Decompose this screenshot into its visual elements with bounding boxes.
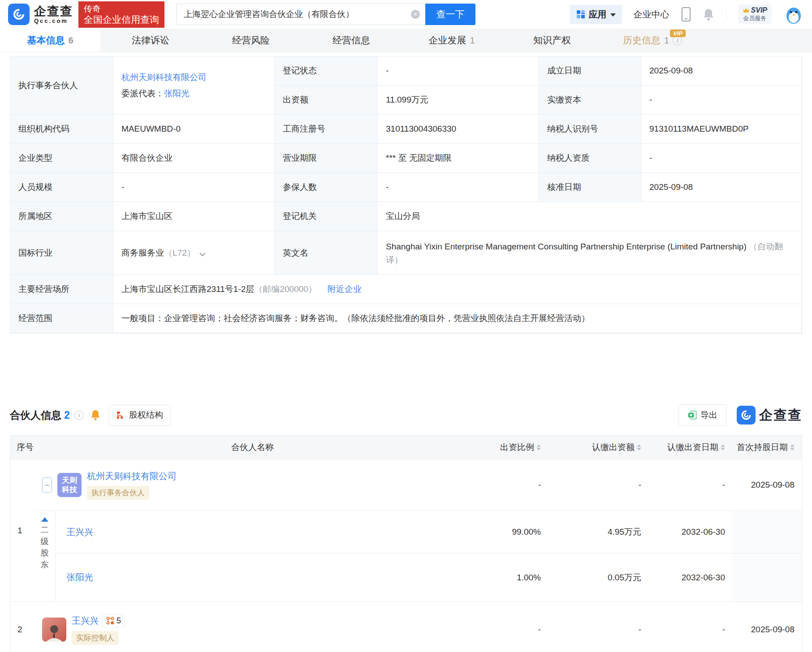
second-level-shareholder-marker: 二 级 股 东 [34, 511, 56, 602]
svip-label: SVIP [751, 6, 767, 14]
field-label: 人员规模 [10, 173, 113, 202]
collapse-minus-icon[interactable]: – [42, 477, 52, 493]
partner-person-link[interactable]: 王兴兴 [72, 615, 99, 627]
row-number: 2 [10, 602, 34, 652]
tab-operation-risk[interactable]: 经营风险 [201, 29, 301, 52]
field-label: 参保人数 [275, 173, 378, 202]
tab-label: 基本信息 [27, 34, 65, 47]
vip-badge: VIP [670, 30, 686, 37]
delegate-link[interactable]: 张阳光 [164, 89, 190, 98]
org-tree-icon [117, 411, 125, 420]
date-cell: - [654, 602, 732, 652]
ratio-cell: 1.00% [471, 553, 553, 602]
triangle-up-icon[interactable] [41, 517, 48, 522]
field-label: 成立日期 [539, 56, 641, 86]
sort-arrows-icon[interactable] [721, 444, 725, 450]
executive-partner-link[interactable]: 杭州天则科技有限公司 [121, 71, 207, 84]
tab-operation-info[interactable]: 经营信息 [301, 29, 402, 52]
amount-cell: - [553, 459, 654, 511]
executive-partner-tag: 执行事务合伙人 [87, 486, 149, 500]
first-date-cell: 2025-09-08 [732, 459, 802, 511]
field-label: 执行事务合伙人 [10, 56, 113, 115]
actual-controller-tag: 实际控制人 [72, 631, 119, 645]
date-cell: - [654, 459, 732, 511]
sort-arrows-icon[interactable] [637, 444, 641, 450]
person-photo-avatar[interactable] [42, 618, 66, 642]
amount-cell: - [553, 602, 654, 652]
partners-title: 合伙人信息 [10, 408, 61, 422]
tab-label: 经营信息 [333, 34, 370, 47]
tab-intellectual-property[interactable]: 知识产权 [502, 29, 602, 52]
sub-partner-link[interactable]: 张阳光 [66, 571, 93, 583]
field-value: *** 至 无固定期限 [378, 144, 539, 173]
field-value: 上海市宝山区 [113, 202, 275, 231]
tab-count: 6 [68, 35, 73, 46]
search-button[interactable]: 查一下 [425, 4, 475, 25]
user-avatar-penguin-icon[interactable] [783, 4, 804, 25]
company-avatar[interactable]: 天则科技 [57, 473, 82, 497]
tab-legal[interactable]: 法律诉讼 [100, 29, 201, 52]
field-value: - [641, 86, 802, 115]
date-cell: 2032-06-30 [654, 511, 732, 553]
column-header-date[interactable]: 认缴出资日期 [654, 435, 732, 459]
column-header-ratio[interactable]: 出资比例 [471, 435, 553, 459]
bell-icon[interactable] [703, 8, 714, 21]
address-value: 上海市宝山区长江西路2311号1-2层 [121, 283, 254, 296]
english-name: Shanghai Yixin Enterprise Management Con… [386, 242, 747, 251]
tab-development[interactable]: 企业发展 1 [402, 29, 502, 52]
subscribe-bell-icon[interactable] [90, 409, 101, 421]
apps-label: 应用 [589, 9, 607, 21]
logo-title: 企查查 [34, 5, 73, 17]
enterprise-center-link[interactable]: 企业中心 [634, 9, 669, 21]
address-cell: 上海市宝山区长江西路2311号1-2层 （邮编200000） 附近企业 [113, 275, 802, 304]
svip-member-button[interactable]: SVIP 会员服务 [738, 4, 772, 24]
field-label: 纳税人资质 [539, 144, 641, 173]
info-circle-icon[interactable]: i [74, 411, 84, 420]
field-label: 组织机构代码 [10, 115, 113, 144]
executive-partner-cell: 杭州天则科技有限公司 委派代表：张阳光 [113, 56, 275, 115]
tab-label: 法律诉讼 [132, 34, 169, 47]
search-input[interactable] [176, 4, 425, 25]
equity-graph-badge[interactable]: 5 [102, 614, 125, 627]
mobile-phone-icon[interactable] [681, 7, 691, 21]
column-header-first-date[interactable]: 首次持股日期 [732, 435, 802, 459]
ratio-cell: - [471, 602, 553, 652]
field-value: - [378, 56, 539, 86]
field-label: 实缴资本 [539, 86, 641, 115]
date-cell: 2032-06-30 [654, 553, 732, 602]
row-number: 1 [10, 459, 34, 602]
svip-sub-label: 会员服务 [743, 14, 767, 22]
industry-value: 商务服务业 [121, 246, 164, 260]
field-label: 经营范围 [10, 304, 113, 333]
field-label: 登记机关 [275, 202, 378, 231]
first-date-cell: 2025-09-08 [732, 602, 802, 652]
apps-menu[interactable]: 应用 [570, 5, 622, 24]
tab-basic-info[interactable]: 基本信息 6 [0, 29, 100, 52]
equity-structure-button[interactable]: 股权结构 [109, 405, 171, 425]
search-clear-icon[interactable]: ✕ [411, 10, 420, 19]
sub-partner-cell: 张阳光 [56, 553, 471, 602]
detail-tabbar: 基本信息 6 法律诉讼 经营风险 经营信息 企业发展 1 知识产权 VIP 历史… [0, 29, 812, 52]
tab-history-info[interactable]: VIP 历史信息 1 i [602, 29, 703, 52]
sub-partner-link[interactable]: 王兴兴 [66, 526, 93, 538]
search-bar: ✕ 查一下 [176, 4, 475, 25]
nearby-companies-link[interactable]: 附近企业 [328, 283, 362, 296]
partner-company-link[interactable]: 杭州天则科技有限公司 [87, 470, 177, 482]
slogan-line1: 传奇 [84, 4, 159, 14]
business-scope-cell: 一般项目：企业管理咨询；社会经济咨询服务；财务咨询。（除依法须经批准的项目外，凭… [113, 304, 802, 333]
qcc-logo[interactable]: 企查查 Qcc.com [8, 4, 73, 25]
equity-structure-label: 股权结构 [129, 409, 163, 421]
sort-arrows-icon[interactable] [790, 444, 795, 450]
chevron-down-icon[interactable] [199, 247, 206, 261]
field-value: 310113004306330 [378, 115, 539, 144]
header-divider [726, 8, 726, 21]
field-label: 国标行业 [10, 231, 113, 275]
export-button[interactable]: 导出 [678, 404, 727, 426]
top-header: 企查查 Qcc.com 传奇 全国企业信用查询 ✕ 查一下 应用 企业中心 [0, 0, 812, 29]
field-value: MAEUWMBD-0 [113, 115, 275, 144]
column-header-amount[interactable]: 认缴出资额 [553, 435, 654, 459]
crown-icon [743, 8, 750, 13]
sort-arrows-icon[interactable] [536, 444, 541, 450]
field-label: 登记状态 [275, 56, 378, 86]
field-label: 英文名 [275, 231, 378, 275]
